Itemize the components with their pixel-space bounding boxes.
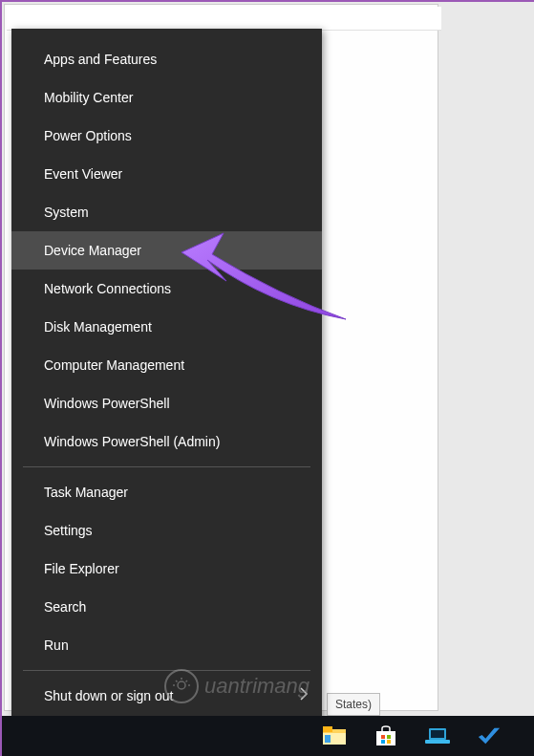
menu-item-apps-features[interactable]: Apps and Features [11, 40, 322, 78]
menu-item-power-options[interactable]: Power Options [11, 117, 322, 155]
svg-rect-11 [381, 735, 385, 739]
menu-item-system[interactable]: System [11, 193, 322, 231]
menu-item-powershell[interactable]: Windows PowerShell [11, 384, 322, 422]
svg-rect-7 [323, 726, 332, 732]
svg-rect-14 [387, 740, 391, 744]
menu-item-powershell-admin[interactable]: Windows PowerShell (Admin) [11, 422, 322, 461]
menu-item-settings[interactable]: Settings [11, 511, 322, 550]
menu-item-disk-management[interactable]: Disk Management [11, 308, 322, 346]
svg-rect-16 [431, 730, 444, 738]
taskbar-store-icon[interactable] [374, 724, 398, 748]
winx-context-menu: Apps and Features Mobility Center Power … [11, 29, 322, 756]
svg-rect-13 [381, 740, 385, 744]
menu-item-search[interactable]: Search [11, 588, 322, 626]
menu-item-event-viewer[interactable]: Event Viewer [11, 155, 322, 193]
svg-rect-9 [325, 735, 331, 743]
menu-item-device-manager[interactable]: Device Manager [11, 231, 322, 270]
menu-item-mobility-center[interactable]: Mobility Center [11, 78, 322, 117]
menu-separator [23, 466, 310, 467]
language-text: States) [335, 698, 372, 711]
svg-rect-17 [425, 740, 450, 744]
svg-rect-10 [376, 731, 395, 745]
menu-item-file-explorer[interactable]: File Explorer [11, 550, 322, 588]
menu-item-task-manager[interactable]: Task Manager [11, 473, 322, 511]
language-indicator: States) [327, 693, 380, 716]
menu-item-computer-management[interactable]: Computer Management [11, 346, 322, 384]
taskbar-file-explorer-icon[interactable] [322, 724, 347, 748]
menu-item-run[interactable]: Run [11, 626, 322, 664]
taskbar-check-icon[interactable] [477, 724, 502, 748]
taskbar-laptop-icon[interactable] [425, 724, 450, 748]
menu-item-shutdown-signout[interactable]: Shut down or sign out [11, 677, 322, 715]
taskbar [2, 716, 534, 756]
menu-separator [23, 670, 310, 671]
window-titlebar [7, 7, 441, 31]
svg-rect-12 [387, 735, 391, 739]
chevron-right-icon [299, 687, 309, 704]
menu-item-network-connections[interactable]: Network Connections [11, 270, 322, 308]
